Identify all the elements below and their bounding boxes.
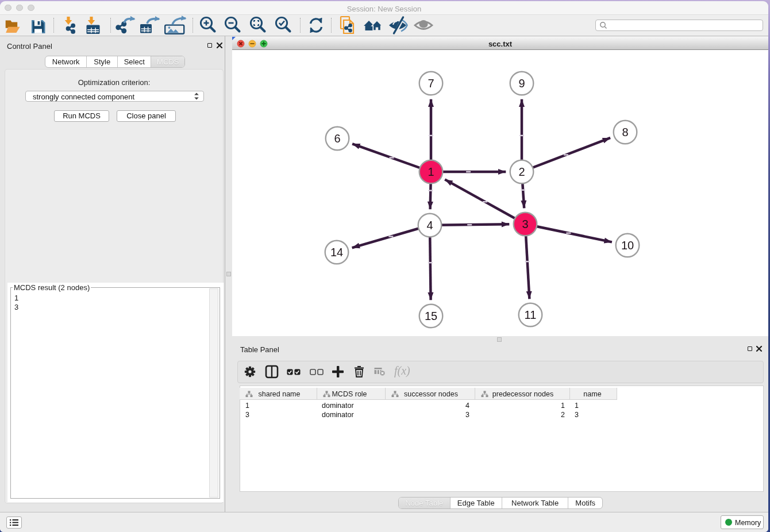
svg-text:14: 14 <box>330 246 343 259</box>
svg-text:4: 4 <box>426 219 433 232</box>
svg-text:1: 1 <box>428 165 434 178</box>
svg-text:8: 8 <box>622 126 628 138</box>
svg-text:3: 3 <box>522 218 528 230</box>
svg-text:2: 2 <box>518 165 525 178</box>
svg-text:9: 9 <box>518 77 525 90</box>
svg-text:6: 6 <box>334 132 340 145</box>
svg-text:11: 11 <box>525 309 537 321</box>
svg-text:7: 7 <box>428 77 434 90</box>
svg-text:10: 10 <box>621 239 634 252</box>
svg-text:15: 15 <box>425 310 437 322</box>
